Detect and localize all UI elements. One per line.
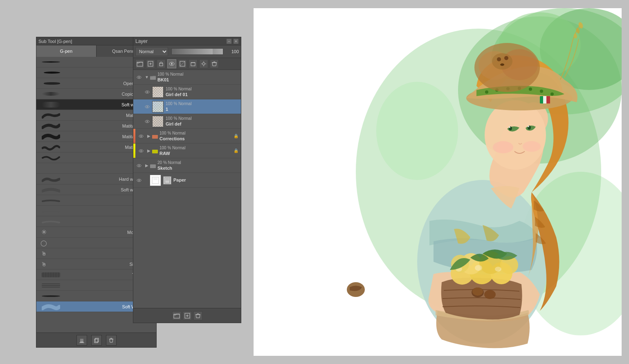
folder-icon-corrections (152, 133, 158, 139)
layer-thumb-girl-def-01 (152, 86, 164, 98)
svg-point-77 (484, 290, 496, 299)
brush-preview-g-pen (40, 58, 60, 66)
layer-icons-row (133, 58, 241, 70)
layer-new-layer-btn[interactable] (146, 59, 155, 68)
layer-bottom-new-folder-btn[interactable] (172, 311, 181, 320)
svg-rect-96 (546, 96, 550, 103)
svg-point-104 (497, 57, 501, 61)
layer-expand-sketch[interactable]: ▶ (144, 163, 150, 169)
svg-rect-38 (152, 150, 158, 153)
brush-preview-raggio (40, 164, 60, 173)
svg-point-92 (540, 90, 543, 93)
layer-item-raw[interactable]: ▶ 100 % Normal RAW 🔒 (133, 144, 241, 158)
layer-controls-row: Normal Multiply Screen 100 (133, 45, 241, 58)
layer-eye-bk01[interactable] (135, 74, 143, 81)
layer-item-bk01[interactable]: ▼ 100 % Normal BK01 (133, 70, 241, 85)
layer-panel-minimize-btn[interactable]: − (226, 38, 232, 44)
layer-eye-corrections[interactable] (137, 133, 145, 140)
layer-info-raw: 100 % Normal RAW (159, 145, 232, 156)
layer-bottom-new-layer-btn[interactable] (183, 311, 192, 320)
layer-info-corrections: 100 % Normal Corrections (159, 130, 232, 142)
brush-preview-soft-waterbrush (40, 101, 60, 109)
svg-point-40 (139, 165, 140, 166)
svg-point-37 (141, 150, 142, 151)
folder-icon-raw (152, 148, 158, 154)
layer-eye-1[interactable] (144, 103, 151, 110)
layer-settings-btn[interactable] (199, 59, 208, 68)
layer-item-girl-def-01[interactable]: 100 % Normal Girl def 01 (133, 85, 241, 99)
duplicate-brush-btn[interactable] (91, 335, 102, 346)
svg-rect-41 (150, 164, 156, 168)
svg-point-17 (202, 63, 205, 65)
opacity-slider[interactable] (171, 48, 223, 55)
svg-rect-35 (152, 135, 158, 139)
lasso-icon: ◯ (40, 239, 48, 247)
svg-point-25 (139, 76, 140, 78)
brush-preview-soft-watercolors (40, 186, 60, 194)
layer-info-sketch: 20 % Normal Sketch (157, 160, 239, 171)
layer-eye-sketch[interactable] (135, 162, 143, 169)
svg-rect-95 (543, 96, 547, 103)
svg-point-85 (528, 126, 529, 127)
svg-point-59 (376, 82, 458, 180)
svg-point-32 (147, 121, 148, 122)
tab-g-pen[interactable]: G-pen (36, 45, 97, 57)
svg-point-13 (171, 63, 173, 65)
layer-expand-raw[interactable]: ▶ (146, 148, 152, 154)
layer-clip-btn[interactable] (189, 59, 198, 68)
svg-rect-1 (80, 340, 83, 341)
layer-info-paper: Paper (173, 177, 239, 183)
artwork-canvas[interactable] (254, 8, 622, 356)
svg-point-28 (147, 91, 148, 92)
add-brush-btn[interactable] (76, 335, 87, 346)
delete-brush-btn[interactable] (106, 335, 117, 346)
layer-expand-corrections[interactable]: ▶ (146, 133, 152, 139)
layer-item-1[interactable]: 100 % Normal 1 (133, 99, 241, 114)
svg-point-106 (500, 63, 504, 66)
svg-rect-11 (159, 63, 163, 66)
brush-preview-matita-grassa-3 (40, 133, 60, 141)
layer-lock-btn[interactable] (157, 59, 166, 68)
blend-mode-select[interactable]: Normal Multiply Screen (135, 47, 168, 56)
layer-item-corrections[interactable]: ▶ 100 % Normal Corrections 🔒 (133, 129, 241, 144)
brush-preview-texture-01 (40, 271, 60, 279)
layer-eye-girl-def[interactable] (144, 118, 151, 125)
layer-item-paper[interactable]: Paper (133, 173, 241, 188)
svg-rect-3 (94, 339, 98, 343)
layer-item-sketch[interactable]: ▶ 20 % Normal Sketch (133, 158, 241, 173)
svg-point-79 (485, 100, 546, 170)
layer-panel-close-btn[interactable]: × (233, 38, 239, 44)
layer-info-1: 100 % Normal 1 (166, 101, 239, 112)
brush-preview-gomma (40, 218, 60, 226)
svg-point-103 (492, 53, 512, 70)
brush-preview-matita-grassa (40, 111, 60, 119)
layer-eye-raw[interactable] (137, 147, 145, 155)
layer-eye-paper[interactable] (135, 177, 143, 184)
all-layer-icon: 🖱 (40, 249, 48, 258)
layer-list: ▼ 100 % Normal BK01 100 % Normal Girl de… (133, 70, 241, 315)
svg-point-73 (475, 265, 482, 271)
layer-delete-btn[interactable] (210, 59, 219, 68)
layer-expand-bk01[interactable]: ▼ (144, 74, 150, 80)
layer-opacity-lock-btn[interactable] (178, 59, 187, 68)
brush-preview-texture02 (40, 281, 60, 290)
svg-rect-47 (165, 178, 170, 183)
layer-info-girl-def: 100 % Normal Girl def (166, 116, 239, 127)
layer-new-folder-btn[interactable] (135, 59, 144, 68)
svg-point-105 (504, 56, 508, 60)
layer-bottom-delete-btn[interactable] (193, 311, 202, 320)
sub-tool-panel-bottom (36, 333, 156, 347)
layer-panel-bottom (133, 308, 241, 323)
svg-point-76 (472, 288, 483, 296)
svg-point-81 (523, 141, 541, 152)
layer-visibility-btn[interactable] (167, 59, 176, 68)
brush-preview-opensketch (40, 79, 60, 88)
svg-point-30 (147, 106, 148, 107)
layer-item-girl-def[interactable]: 100 % Normal Girl def (133, 114, 241, 129)
corrections-lock-icon: 🔒 (233, 133, 239, 139)
brush-preview-blend (40, 196, 60, 204)
layer-eye-girl-def-01[interactable] (144, 88, 151, 96)
layer-thumb-1 (152, 101, 164, 112)
sub-tool-title: Sub Tool [G-pen] (38, 39, 72, 44)
brush-preview-hard-watercolors (40, 175, 60, 183)
